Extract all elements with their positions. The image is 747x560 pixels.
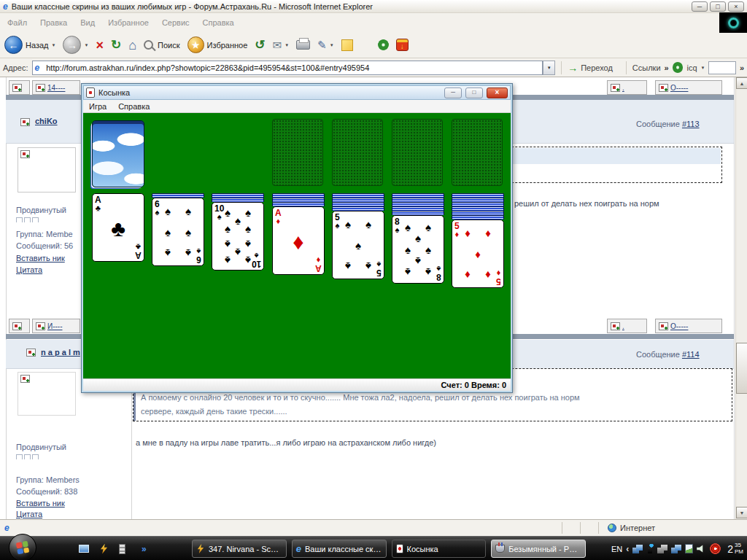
- card-8-spade[interactable]: 8♠8♠♠♠♠♠♠♠♠♠: [392, 215, 444, 284]
- bar-chevron-icon[interactable]: »: [740, 63, 744, 72]
- links-label[interactable]: Ссылки: [632, 63, 661, 72]
- foundation-slot[interactable]: [332, 119, 383, 186]
- language-indicator[interactable]: EN: [611, 545, 622, 553]
- forum-toolbar-cell[interactable]: [9, 319, 30, 333]
- start-button[interactable]: [9, 534, 36, 560]
- taskbar-button-ie[interactable]: eВаши классные скр...: [292, 540, 387, 558]
- ie-minimize-button[interactable]: ─: [692, 1, 708, 12]
- post-114-number-link[interactable]: #114: [682, 350, 700, 359]
- card-A-club[interactable]: A♣A♣♣: [92, 193, 144, 262]
- icq-dropdown-icon[interactable]: ▼: [701, 66, 705, 70]
- tableau-column-5[interactable]: 5♠5♠♠♠♠♠♠: [332, 193, 384, 279]
- tableau-column-3[interactable]: 10♠10♠♠♠♠♠♠♠♠♠♠♠: [212, 193, 264, 271]
- taskbar-button-paint[interactable]: Безымянный - Paint: [491, 540, 586, 558]
- stop-button[interactable]: ×: [96, 39, 104, 52]
- quote-link[interactable]: Цитата: [16, 510, 42, 518]
- agent-tray-icon[interactable]: [646, 544, 654, 553]
- update-tray-icon[interactable]: [685, 544, 693, 553]
- card-6-spade[interactable]: 6♠6♠♠♠♠♠♠♠: [152, 198, 204, 266]
- forum-toolbar-cell[interactable]: .: [607, 80, 647, 95]
- forum-toolbar-cell[interactable]: О-----: [655, 80, 722, 95]
- tableau-column-6[interactable]: 8♠8♠♠♠♠♠♠♠♠♠: [392, 193, 444, 284]
- network-disconnected-icon[interactable]: [657, 545, 667, 553]
- history-button[interactable]: ↺: [255, 39, 265, 51]
- post-113-number-link[interactable]: #113: [682, 120, 700, 128]
- forum-toolbar-cell[interactable]: О-----: [655, 319, 722, 333]
- solitaire-close-button[interactable]: ×: [487, 88, 508, 98]
- taskbar-button-cards[interactable]: Косынка: [392, 540, 487, 558]
- solitaire-maximize-button[interactable]: □: [465, 88, 483, 98]
- show-desktop-icon[interactable]: [79, 545, 89, 553]
- home-button[interactable]: ⌂: [128, 39, 136, 52]
- forum-toolbar-cell[interactable]: [9, 80, 30, 95]
- tableau-column-7[interactable]: 5♦5♦♦♦♦♦♦: [452, 193, 504, 288]
- print-button[interactable]: [296, 40, 310, 50]
- menu-help[interactable]: Справка: [203, 18, 234, 27]
- tableau-column-1[interactable]: A♣A♣♣: [92, 193, 144, 262]
- winamp-icon[interactable]: [99, 544, 109, 554]
- search-button[interactable]: Поиск: [144, 40, 179, 50]
- edit-dropdown-icon[interactable]: ▼: [330, 43, 334, 47]
- forum-toolbar-cell[interactable]: .: [607, 319, 647, 333]
- solitaire-minimize-button[interactable]: ─: [444, 88, 462, 98]
- menu-favorites[interactable]: Избранное: [108, 18, 149, 27]
- solitaire-menu-game[interactable]: Игра: [89, 102, 107, 111]
- address-dropdown-button[interactable]: ▼: [543, 61, 555, 75]
- ie-restore-button[interactable]: □: [710, 1, 726, 12]
- go-button[interactable]: → Переход: [568, 62, 613, 74]
- card-10-spade[interactable]: 10♠10♠♠♠♠♠♠♠♠♠♠♠: [212, 202, 264, 271]
- scroll-up-button[interactable]: ▲: [736, 77, 747, 89]
- address-input[interactable]: e http://forum.astrakhan.ru/index.php?sh…: [32, 61, 543, 75]
- menu-file[interactable]: Файл: [7, 18, 27, 27]
- tray-chevron-icon[interactable]: ‹: [626, 544, 629, 554]
- forum-toolbar-cell[interactable]: 14----: [32, 80, 80, 95]
- back-dropdown-icon[interactable]: ▼: [52, 43, 56, 47]
- foundation-slot[interactable]: [392, 119, 443, 186]
- ie-close-button[interactable]: ×: [728, 1, 744, 12]
- forum-toolbar-cell[interactable]: И----: [32, 319, 80, 333]
- insert-nick-link[interactable]: Вставить ник: [16, 254, 65, 262]
- taskbar-button-winamp[interactable]: 347. Nirvana - Scoff...: [192, 540, 287, 558]
- scrollbar-thumb[interactable]: [736, 343, 747, 394]
- mail-button[interactable]: ✉ ▼: [273, 39, 290, 52]
- network-icon[interactable]: [671, 545, 681, 553]
- tableau-column-4[interactable]: A♦A♦♦: [272, 193, 325, 275]
- card-A-diamond[interactable]: A♦A♦♦: [272, 206, 325, 275]
- insert-nick-link[interactable]: Вставить ник: [16, 499, 65, 508]
- forward-dropdown-icon[interactable]: ▼: [84, 43, 88, 47]
- tableau-column-2[interactable]: 6♠6♠♠♠♠♠♠♠: [152, 193, 204, 266]
- foundation-slot[interactable]: [272, 119, 323, 186]
- refresh-button[interactable]: ↻: [111, 39, 121, 51]
- links-input-box[interactable]: [708, 61, 735, 74]
- icq-toolbar-button[interactable]: [378, 39, 389, 50]
- favorites-button[interactable]: ★ Избранное: [187, 36, 248, 53]
- quick-launch-app-icon[interactable]: [119, 544, 125, 554]
- scroll-down-button[interactable]: ▼: [736, 507, 747, 518]
- notes-button[interactable]: [341, 39, 353, 51]
- forward-button[interactable]: → ▼: [63, 36, 88, 54]
- links-chevron-icon[interactable]: »: [665, 63, 669, 72]
- icq-label[interactable]: icq: [686, 63, 697, 72]
- post-113-username[interactable]: chiKo: [35, 117, 58, 125]
- card-5-diamond[interactable]: 5♦5♦♦♦♦♦♦: [452, 219, 504, 288]
- menu-view[interactable]: Вид: [80, 18, 95, 27]
- qip-messenger-icon[interactable]: [710, 543, 721, 554]
- solitaire-titlebar[interactable]: Косынка ─ □ ×: [83, 85, 511, 100]
- stock-pile[interactable]: [92, 120, 144, 187]
- mail-dropdown-icon[interactable]: ▼: [285, 43, 289, 47]
- solitaire-menu-help[interactable]: Справка: [118, 102, 150, 111]
- quick-launch-chevron-icon[interactable]: »: [142, 544, 147, 554]
- post-114-username[interactable]: n a p a l m: [41, 348, 80, 357]
- volume-icon[interactable]: [697, 545, 706, 553]
- taskbar-clock[interactable]: 2 35 PM: [727, 542, 743, 556]
- edit-button[interactable]: ✎ ▼: [317, 39, 334, 52]
- menu-edit[interactable]: Правка: [40, 18, 67, 27]
- page-scrollbar[interactable]: ▲ ▼: [735, 77, 747, 519]
- foundation-slot[interactable]: [452, 119, 503, 186]
- back-button[interactable]: ← Назад ▼: [4, 36, 55, 54]
- download-master-button[interactable]: ↓: [396, 39, 409, 51]
- quote-link[interactable]: Цитата: [16, 265, 42, 274]
- network-icon[interactable]: [632, 545, 643, 553]
- card-5-spade[interactable]: 5♠5♠♠♠♠♠♠: [332, 211, 384, 279]
- menu-tools[interactable]: Сервис: [162, 18, 190, 27]
